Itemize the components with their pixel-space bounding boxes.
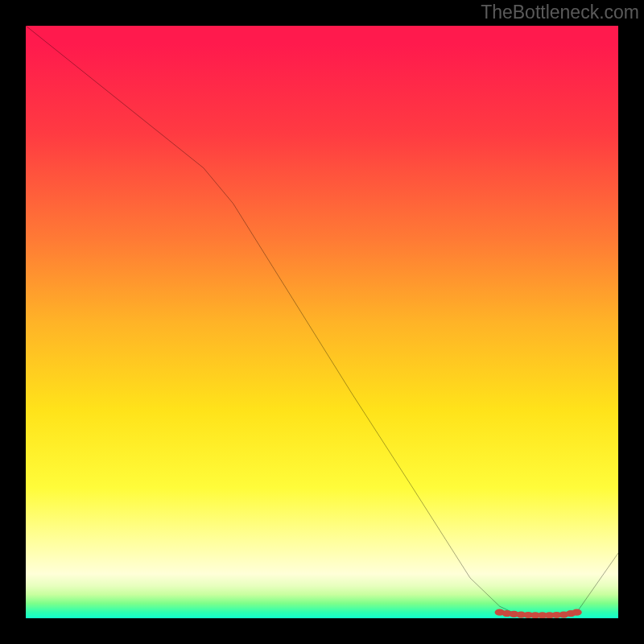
- chart-frame: TheBottleneck.com: [0, 0, 644, 644]
- marker-dot: [572, 609, 582, 616]
- highlight-markers: [26, 26, 618, 618]
- plot-area: [26, 26, 618, 618]
- watermark-text: TheBottleneck.com: [481, 2, 639, 23]
